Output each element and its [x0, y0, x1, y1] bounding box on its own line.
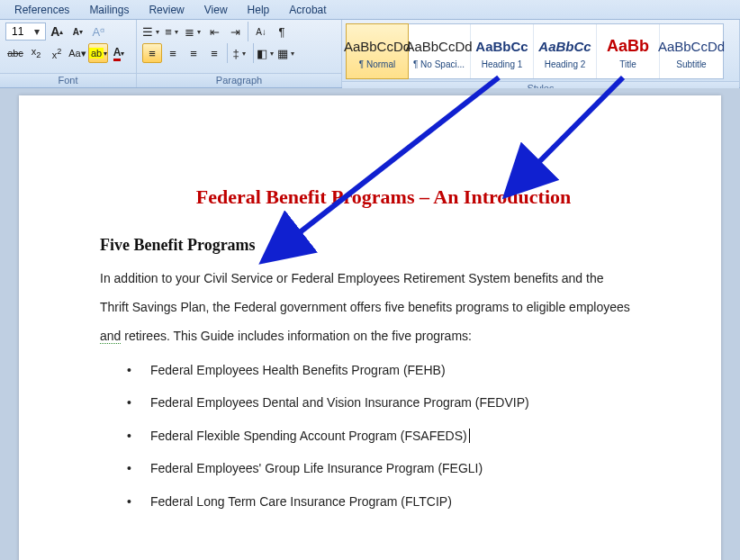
style-subtitle[interactable]: AaBbCcDd Subtitle — [660, 24, 723, 78]
style-title[interactable]: AaBb Title — [597, 24, 660, 78]
group-label-paragraph: Paragraph — [137, 73, 341, 87]
align-left-button[interactable]: ≡ — [142, 43, 162, 63]
clear-format-button[interactable]: Aᵅ — [88, 22, 108, 41]
shrink-font-button[interactable]: A▾ — [68, 22, 87, 41]
multilevel-icon: ≣ — [185, 25, 194, 39]
group-font: 11 ▾ A▴ A▾ Aᵅ abc x2 x2 Aa▾ ab▾ A▾ Font — [0, 20, 137, 87]
doc-title: Federal Benefit Programs – An Introducti… — [100, 185, 667, 209]
change-case-button[interactable]: Aa▾ — [68, 43, 87, 63]
grow-font-button[interactable]: A▴ — [47, 22, 67, 41]
font-size-value: 11 — [6, 25, 29, 38]
style-preview: AaBbCcDd — [344, 34, 411, 59]
list-item: Federal Flexible Spending Account Progra… — [150, 420, 667, 452]
doc-heading: Five Benefit Programs — [100, 236, 667, 255]
pilcrow-icon: ¶ — [279, 25, 285, 39]
grammar-flag: and — [100, 329, 121, 344]
indent-icon: ⇥ — [230, 25, 240, 39]
doc-paragraph: and retirees. This Guide includes inform… — [100, 323, 667, 348]
styles-gallery: AaBbCcDd ¶ Normal AaBbCcDd ¶ No Spaci...… — [346, 23, 724, 79]
doc-paragraph: Thrift Savings Plan, the Federal governm… — [100, 294, 667, 320]
superscript-button[interactable]: x2 — [47, 43, 67, 63]
chevron-down-icon: ▾ — [29, 25, 45, 38]
shading-button[interactable]: ◧▾ — [257, 43, 276, 63]
doc-list: Federal Employees Health Benefits Progra… — [100, 354, 667, 518]
doc-paragraph: In addition to your Civil Service or Fed… — [100, 266, 667, 291]
strike-button[interactable]: abc — [5, 43, 25, 63]
font-size-combo[interactable]: 11 ▾ — [5, 23, 46, 41]
numbering-icon: ≡ — [165, 25, 172, 39]
group-styles: AaBbCcDd ¶ Normal AaBbCcDd ¶ No Spaci...… — [342, 20, 740, 87]
text-cursor — [469, 429, 470, 443]
subscript-button[interactable]: x2 — [26, 43, 46, 63]
style-preview: AaBbCcDd — [658, 34, 725, 59]
align-right-button[interactable]: ≡ — [184, 43, 203, 63]
font-color-button[interactable]: A▾ — [109, 43, 129, 63]
borders-button[interactable]: ▦▾ — [277, 43, 297, 63]
ribbon-tabs: References Mailings Review View Help Acr… — [0, 0, 740, 20]
style-preview: AaBb — [607, 34, 649, 59]
decrease-indent-button[interactable]: ⇤ — [204, 22, 224, 41]
list-item: Federal Employees Health Benefits Progra… — [150, 354, 667, 386]
align-right-icon: ≡ — [190, 47, 197, 60]
style-no-spacing[interactable]: AaBbCcDd ¶ No Spaci... — [408, 24, 471, 78]
style-preview: AaBbCc — [538, 34, 591, 59]
shading-icon: ◧ — [257, 47, 267, 60]
line-spacing-icon: ‡ — [232, 47, 239, 60]
highlight-button[interactable]: ab▾ — [88, 43, 108, 63]
increase-indent-button[interactable]: ⇥ — [225, 22, 245, 41]
show-marks-button[interactable]: ¶ — [272, 22, 292, 41]
justify-button[interactable]: ≡ — [204, 43, 224, 63]
style-heading-2[interactable]: AaBbCc Heading 2 — [534, 24, 597, 78]
group-paragraph: ☰▾ ≡▾ ≣▾ ⇤ ⇥ A↓ ¶ ≡ ≡ ≡ ≡ ‡▾ — [137, 20, 342, 87]
align-center-button[interactable]: ≡ — [163, 43, 183, 63]
align-center-icon: ≡ — [169, 47, 176, 60]
sort-button[interactable]: A↓ — [251, 22, 271, 41]
style-normal[interactable]: AaBbCcDd ¶ Normal — [346, 23, 409, 79]
tab-references[interactable]: References — [5, 1, 78, 19]
style-name: Title — [619, 59, 636, 69]
style-name: Subtitle — [676, 59, 706, 69]
outdent-icon: ⇤ — [210, 25, 220, 39]
multilevel-button[interactable]: ≣▾ — [184, 22, 203, 41]
tab-review[interactable]: Review — [140, 1, 193, 19]
list-item: Federal Employees' Group Life Insurance … — [150, 452, 667, 484]
style-preview: AaBbCc — [475, 34, 528, 59]
document-page[interactable]: Federal Benefit Programs – An Introducti… — [19, 95, 721, 560]
justify-icon: ≡ — [211, 47, 218, 60]
style-name: ¶ No Spaci... — [413, 59, 465, 69]
tab-help[interactable]: Help — [239, 1, 279, 19]
list-item: Federal Employees Dental and Vision Insu… — [150, 386, 667, 419]
sort-icon: A↓ — [256, 27, 266, 37]
ribbon: 11 ▾ A▴ A▾ Aᵅ abc x2 x2 Aa▾ ab▾ A▾ Font — [0, 20, 740, 88]
line-spacing-button[interactable]: ‡▾ — [230, 43, 250, 63]
align-left-icon: ≡ — [149, 47, 156, 60]
bullets-button[interactable]: ☰▾ — [142, 22, 162, 41]
document-area: Federal Benefit Programs – An Introducti… — [0, 88, 740, 560]
list-item: Federal Long Term Care Insurance Program… — [150, 485, 667, 518]
style-heading-1[interactable]: AaBbCc Heading 1 — [471, 24, 534, 78]
tab-mailings[interactable]: Mailings — [80, 1, 138, 19]
borders-icon: ▦ — [277, 47, 288, 60]
numbering-button[interactable]: ≡▾ — [163, 22, 183, 41]
bullets-icon: ☰ — [142, 25, 153, 39]
style-preview: AaBbCcDd — [405, 34, 472, 59]
tab-view[interactable]: View — [195, 1, 237, 19]
tab-acrobat[interactable]: Acrobat — [280, 1, 335, 19]
style-name: Heading 1 — [482, 59, 523, 69]
style-name: Heading 2 — [545, 59, 586, 69]
style-name: ¶ Normal — [359, 59, 395, 69]
group-label-font: Font — [0, 73, 136, 87]
